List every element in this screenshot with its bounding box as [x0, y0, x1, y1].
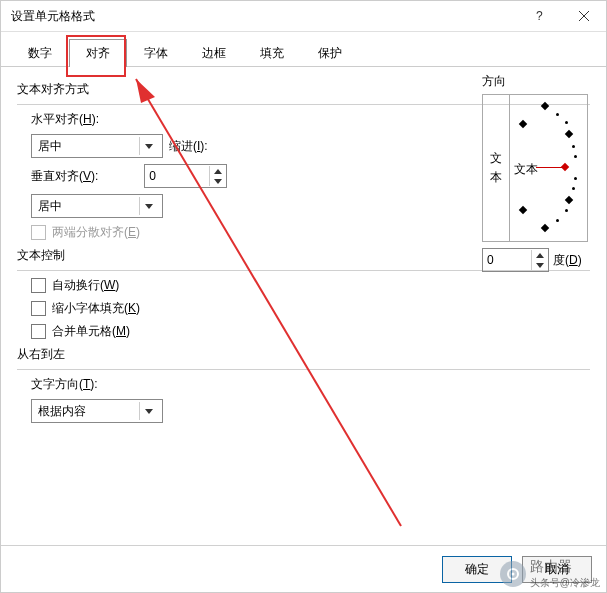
vertical-align-label: 垂直对齐(V):	[31, 168, 98, 185]
text-direction-row: 根据内容	[31, 399, 590, 423]
tab-number[interactable]: 数字	[11, 39, 69, 67]
svg-marker-3	[145, 144, 153, 149]
degrees-spinner[interactable]	[482, 248, 549, 272]
text-direction-value: 根据内容	[38, 403, 86, 420]
dial-needle	[536, 167, 564, 168]
indent-input[interactable]	[145, 166, 209, 186]
chevron-down-icon	[139, 197, 158, 215]
watermark-line1: 路由器	[530, 558, 600, 576]
vertical-align-value: 居中	[38, 198, 62, 215]
checkbox-icon	[31, 301, 46, 316]
help-button[interactable]: ?	[518, 1, 562, 31]
wrap-text-checkbox[interactable]: 自动换行(W)	[31, 277, 590, 294]
dial-tick	[565, 121, 568, 124]
text-direction-select[interactable]: 根据内容	[31, 399, 163, 423]
dial-tick	[574, 177, 577, 180]
wrap-text-label: 自动换行(W)	[52, 277, 119, 294]
close-button[interactable]	[562, 1, 606, 31]
indent-spinner[interactable]	[144, 164, 227, 188]
spinner-down-icon[interactable]	[532, 260, 548, 270]
justify-distributed-label: 两端分散对齐(E)	[52, 224, 140, 241]
dial-tick	[556, 219, 559, 222]
watermark: 路由器 头条号@冷渗龙	[500, 558, 600, 590]
orientation-dial[interactable]: 文本	[510, 95, 587, 241]
dial-tick	[574, 155, 577, 158]
svg-marker-5	[214, 179, 222, 184]
dial-mark	[565, 196, 573, 204]
vertical-text-button[interactable]: 文 本	[483, 95, 510, 241]
orientation-label: 方向	[482, 73, 588, 90]
merge-cells-label: 合并单元格(M)	[52, 323, 130, 340]
section-rtl: 从右到左	[17, 346, 590, 363]
dial-mark	[565, 130, 573, 138]
horizontal-align-select[interactable]: 居中	[31, 134, 163, 158]
text-direction-label-row: 文字方向(T):	[31, 376, 590, 393]
dial-mark	[541, 224, 549, 232]
divider	[17, 369, 590, 370]
orientation-box: 文 本 文本	[482, 94, 588, 242]
degrees-label: 度(D)	[553, 252, 582, 269]
dial-handle	[561, 163, 569, 171]
svg-marker-9	[536, 263, 544, 268]
dial-tick	[565, 209, 568, 212]
shrink-to-fit-label: 缩小字体填充(K)	[52, 300, 140, 317]
dial-mark	[541, 102, 549, 110]
chevron-down-icon	[139, 402, 158, 420]
tab-bar: 数字 对齐 字体 边框 填充 保护	[1, 32, 606, 67]
svg-marker-4	[214, 169, 222, 174]
window-title: 设置单元格格式	[11, 8, 95, 25]
horizontal-align-value: 居中	[38, 138, 62, 155]
dial-tick	[556, 113, 559, 116]
chevron-down-icon	[139, 137, 158, 155]
tab-protection[interactable]: 保护	[301, 39, 359, 67]
svg-point-13	[511, 573, 514, 576]
titlebar: 设置单元格格式 ?	[1, 1, 606, 32]
dial-mark	[519, 120, 527, 128]
checkbox-icon	[31, 225, 46, 240]
dialog-footer: 确定 取消 路由器 头条号@冷渗龙	[1, 545, 606, 592]
degrees-row: 度(D)	[482, 248, 588, 272]
dial-mark	[519, 206, 527, 214]
dial-tick	[572, 145, 575, 148]
spinner-up-icon[interactable]	[532, 250, 548, 260]
spinner-up-icon[interactable]	[210, 166, 226, 176]
window-buttons: ?	[518, 1, 606, 31]
tab-fill[interactable]: 填充	[243, 39, 301, 67]
dial-tick	[572, 187, 575, 190]
indent-label: 缩进(I):	[169, 138, 208, 155]
watermark-line2: 头条号@冷渗龙	[530, 576, 600, 590]
svg-text:?: ?	[536, 10, 543, 22]
svg-marker-6	[145, 204, 153, 209]
horizontal-align-label: 水平对齐(H):	[31, 111, 99, 128]
tab-border[interactable]: 边框	[185, 39, 243, 67]
tab-alignment[interactable]: 对齐	[69, 39, 127, 67]
watermark-icon	[500, 561, 526, 587]
vertical-align-select[interactable]: 居中	[31, 194, 163, 218]
orientation-panel: 方向 文 本 文本	[482, 73, 588, 272]
svg-marker-8	[536, 253, 544, 258]
dial-label: 文本	[514, 161, 538, 178]
tab-font[interactable]: 字体	[127, 39, 185, 67]
svg-marker-7	[145, 409, 153, 414]
checkbox-icon	[31, 278, 46, 293]
degrees-input[interactable]	[483, 250, 531, 270]
format-cells-dialog: 设置单元格格式 ? 数字 对齐 字体 边框 填充 保护 文本对齐方式 水平对齐(…	[0, 0, 607, 593]
text-direction-label: 文字方向(T):	[31, 376, 98, 393]
checkbox-icon	[31, 324, 46, 339]
shrink-to-fit-checkbox[interactable]: 缩小字体填充(K)	[31, 300, 590, 317]
merge-cells-checkbox[interactable]: 合并单元格(M)	[31, 323, 590, 340]
spinner-down-icon[interactable]	[210, 176, 226, 186]
